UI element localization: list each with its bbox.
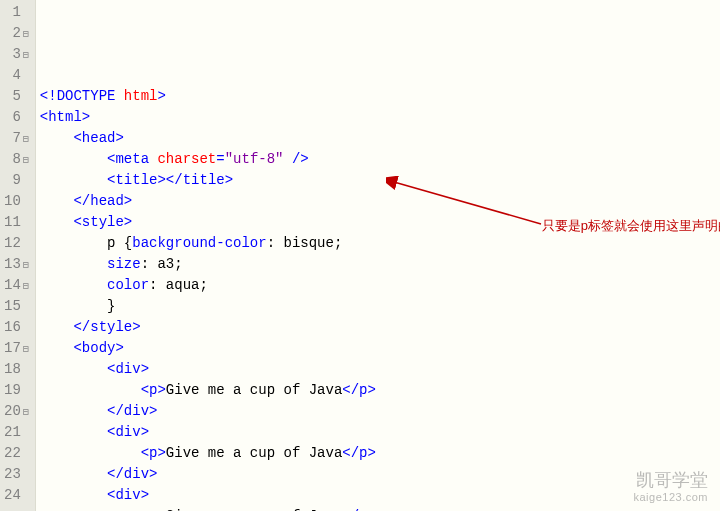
code-line[interactable]: <div>: [40, 422, 720, 443]
line-number: 4: [4, 65, 29, 86]
code-line[interactable]: </style>: [40, 317, 720, 338]
line-number-gutter: 12⊟3⊟4567⊟8⊟910111213⊟14⊟151617⊟181920⊟2…: [0, 0, 36, 511]
line-number: 13⊟: [4, 254, 29, 275]
line-number: 7⊟: [4, 128, 29, 149]
code-line[interactable]: <p>Give me a cup of Java</p>: [40, 380, 720, 401]
line-number: 21: [4, 422, 29, 443]
code-line[interactable]: <!DOCTYPE html>: [40, 86, 720, 107]
code-line[interactable]: }: [40, 296, 720, 317]
code-line[interactable]: <head>: [40, 128, 720, 149]
line-number: 8⊟: [4, 149, 29, 170]
code-line[interactable]: <p>Give me a cup of Java</p>: [40, 506, 720, 511]
code-area[interactable]: 只要是p标签就会使用这里声明的样式 <!DOCTYPE html><html> …: [36, 0, 720, 511]
line-number: 22: [4, 443, 29, 464]
line-number: 11: [4, 212, 29, 233]
line-number: 20⊟: [4, 401, 29, 422]
line-number: 6: [4, 107, 29, 128]
code-line[interactable]: </head>: [40, 191, 720, 212]
line-number: 3⊟: [4, 44, 29, 65]
line-number: 12: [4, 233, 29, 254]
code-line[interactable]: <html>: [40, 107, 720, 128]
code-line[interactable]: size: a3;: [40, 254, 720, 275]
line-number: 1: [4, 2, 29, 23]
code-line[interactable]: <meta charset="utf-8" />: [40, 149, 720, 170]
line-number: 14⊟: [4, 275, 29, 296]
line-number: 10: [4, 191, 29, 212]
code-line[interactable]: p {background-color: bisque;: [40, 233, 720, 254]
line-number: 15: [4, 296, 29, 317]
line-number: 16: [4, 317, 29, 338]
code-line[interactable]: <div>: [40, 359, 720, 380]
code-line[interactable]: <body>: [40, 338, 720, 359]
code-editor: 12⊟3⊟4567⊟8⊟910111213⊟14⊟151617⊟181920⊟2…: [0, 0, 720, 511]
line-number: 23: [4, 464, 29, 485]
line-number: 24: [4, 485, 29, 506]
line-number: 2⊟: [4, 23, 29, 44]
line-number: 9: [4, 170, 29, 191]
line-number: 5: [4, 86, 29, 107]
code-line[interactable]: color: aqua;: [40, 275, 720, 296]
code-line[interactable]: </div>: [40, 401, 720, 422]
code-line[interactable]: </div>: [40, 464, 720, 485]
line-number: 19: [4, 380, 29, 401]
code-line[interactable]: <title></title>: [40, 170, 720, 191]
code-line[interactable]: <p>Give me a cup of Java</p>: [40, 443, 720, 464]
line-number: 18: [4, 359, 29, 380]
annotation-text: 只要是p标签就会使用这里声明的样式: [542, 216, 720, 236]
line-number: 17⊟: [4, 338, 29, 359]
code-line[interactable]: <div>: [40, 485, 720, 506]
